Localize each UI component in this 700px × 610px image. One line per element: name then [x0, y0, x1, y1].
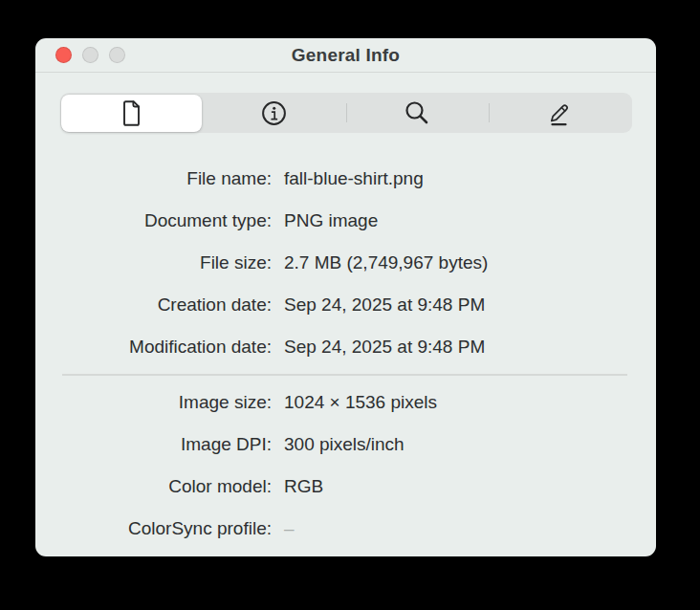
inspector-segmented-control: [60, 93, 632, 133]
row-document-type: Document type: PNG image: [35, 200, 656, 242]
close-button[interactable]: [55, 47, 72, 63]
row-file-name: File name: fall-blue-shirt.png: [35, 158, 656, 200]
row-label: Image DPI:: [35, 434, 272, 455]
row-label: Creation date:: [35, 294, 272, 316]
window-controls: [55, 38, 125, 72]
row-value: RGB: [284, 476, 656, 497]
zoom-button: [109, 47, 125, 63]
row-colorsync-profile: ColorSync profile: –: [35, 508, 656, 550]
row-creation-date: Creation date: Sep 24, 2025 at 9:48 PM: [35, 284, 656, 326]
row-image-dpi: Image DPI: 300 pixels/inch: [35, 424, 656, 466]
section-divider: [62, 374, 627, 376]
row-label: Modification date:: [35, 337, 272, 358]
document-icon: [120, 100, 142, 126]
segment-divider: [489, 103, 490, 122]
window-title: General Info: [292, 45, 400, 66]
tab-markup[interactable]: [491, 95, 631, 132]
row-label: File size:: [35, 252, 272, 273]
row-image-size: Image size: 1024 × 1536 pixels: [35, 381, 656, 424]
tab-search[interactable]: [347, 95, 488, 132]
row-value: Sep 24, 2025 at 9:48 PM: [284, 294, 656, 316]
markup-icon: [548, 99, 573, 126]
minimize-button: [82, 47, 98, 63]
row-value: fall-blue-shirt.png: [284, 168, 656, 189]
row-label: Document type:: [35, 210, 272, 231]
row-label: Color model:: [35, 476, 272, 497]
row-label: Image size:: [35, 392, 272, 413]
row-value: PNG image: [284, 210, 656, 231]
info-icon: [261, 100, 287, 126]
title-bar: General Info: [35, 38, 656, 73]
general-info-window: General Info: [35, 38, 656, 556]
info-rows: File name: fall-blue-shirt.png Document …: [35, 158, 656, 550]
tab-general-info[interactable]: [61, 95, 202, 132]
row-value: 1024 × 1536 pixels: [284, 392, 656, 413]
row-label: ColorSync profile:: [35, 518, 272, 539]
search-icon: [405, 100, 429, 125]
row-value: 2.7 MB (2,749,967 bytes): [284, 252, 656, 273]
row-value: –: [284, 518, 656, 539]
row-color-model: Color model: RGB: [35, 466, 656, 508]
row-file-size: File size: 2.7 MB (2,749,967 bytes): [35, 242, 656, 284]
row-modification-date: Modification date: Sep 24, 2025 at 9:48 …: [35, 326, 656, 368]
tab-more-info[interactable]: [205, 95, 345, 132]
row-label: File name:: [35, 168, 272, 189]
row-value: 300 pixels/inch: [284, 434, 656, 455]
row-value: Sep 24, 2025 at 9:48 PM: [284, 337, 656, 358]
